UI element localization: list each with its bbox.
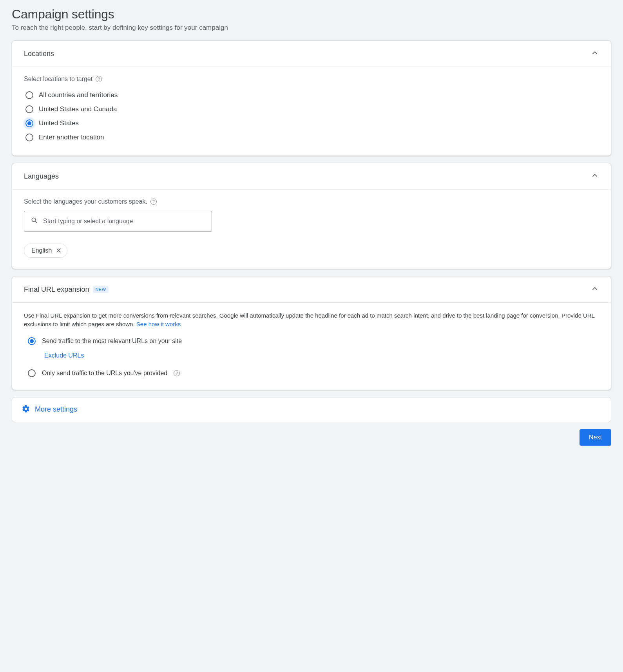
- radio-label: Only send traffic to the URLs you've pro…: [42, 370, 167, 377]
- radio-icon: [25, 91, 33, 99]
- location-radio-us-ca[interactable]: United States and Canada: [24, 102, 599, 116]
- more-settings-label: More settings: [35, 405, 77, 414]
- chip-label: English: [31, 247, 52, 254]
- location-radio-us[interactable]: United States: [24, 116, 599, 130]
- chevron-up-icon: [590, 284, 599, 294]
- languages-header[interactable]: Languages: [12, 163, 611, 189]
- search-icon: [31, 217, 38, 226]
- radio-icon: [28, 369, 36, 377]
- chevron-up-icon: [590, 171, 599, 181]
- chevron-up-icon: [590, 49, 599, 59]
- locations-title: Locations: [24, 50, 54, 58]
- gear-icon: [22, 405, 30, 415]
- radio-icon: [25, 105, 33, 113]
- radio-label: All countries and territories: [39, 91, 118, 99]
- locations-card: Locations Select locations to target ? A…: [12, 40, 611, 156]
- page-title: Campaign settings: [12, 7, 611, 22]
- url-option-provided[interactable]: Only send traffic to the URLs you've pro…: [28, 369, 599, 377]
- locations-header[interactable]: Locations: [12, 41, 611, 67]
- radio-label: Enter another location: [39, 134, 104, 141]
- language-search[interactable]: [24, 211, 212, 232]
- language-chip-english[interactable]: English ✕: [24, 244, 67, 258]
- next-button[interactable]: Next: [580, 429, 611, 446]
- url-expansion-card: Final URL expansion NEW Use Final URL ex…: [12, 276, 611, 390]
- languages-card: Languages Select the languages your cust…: [12, 163, 611, 269]
- url-option-relevant[interactable]: Send traffic to the most relevant URLs o…: [28, 337, 599, 345]
- url-expansion-description: Use Final URL expansion to get more conv…: [24, 311, 599, 329]
- more-settings-card[interactable]: More settings: [12, 397, 611, 422]
- languages-title: Languages: [24, 172, 59, 181]
- language-search-input[interactable]: [43, 218, 205, 225]
- radio-label: United States: [39, 119, 79, 127]
- radio-label: United States and Canada: [39, 105, 117, 113]
- radio-label: Send traffic to the most relevant URLs o…: [42, 338, 182, 345]
- radio-icon: [28, 337, 36, 345]
- exclude-urls-link[interactable]: Exclude URLs: [44, 352, 599, 359]
- radio-icon: [25, 119, 33, 127]
- help-icon[interactable]: ?: [174, 370, 180, 376]
- url-expansion-title: Final URL expansion: [24, 285, 89, 294]
- page-subtitle: To reach the right people, start by defi…: [12, 24, 611, 32]
- languages-instruction: Select the languages your customers spea…: [24, 198, 599, 205]
- location-radio-other[interactable]: Enter another location: [24, 130, 599, 145]
- location-radio-all[interactable]: All countries and territories: [24, 88, 599, 102]
- new-badge: NEW: [93, 286, 108, 293]
- close-icon[interactable]: ✕: [56, 247, 62, 254]
- help-icon[interactable]: ?: [96, 76, 102, 82]
- radio-icon: [25, 134, 33, 141]
- url-expansion-header[interactable]: Final URL expansion NEW: [12, 276, 611, 302]
- help-icon[interactable]: ?: [150, 199, 157, 205]
- see-how-link[interactable]: See how it works: [136, 321, 181, 327]
- locations-instruction: Select locations to target ?: [24, 76, 599, 83]
